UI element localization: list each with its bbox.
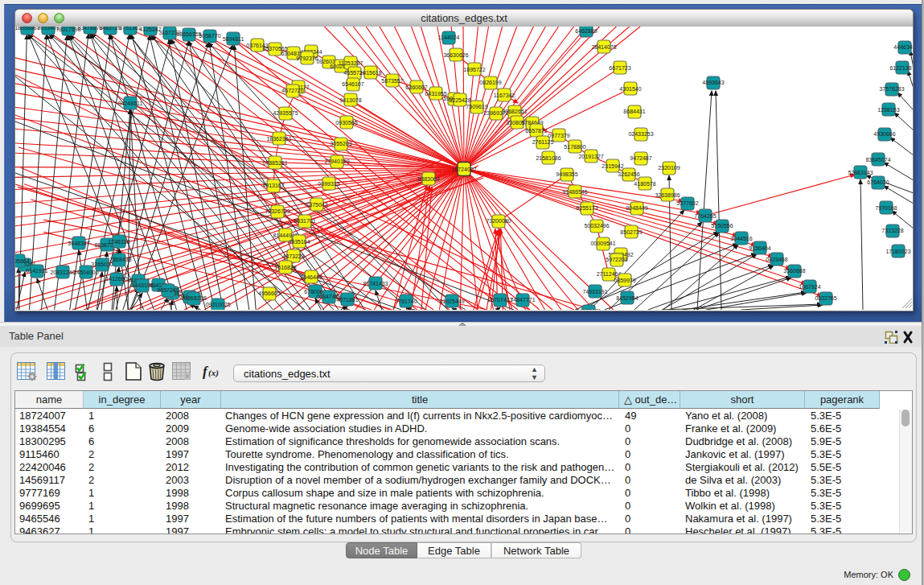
- svg-text:4935164: 4935164: [288, 239, 310, 245]
- svg-text:9498355: 9498355: [556, 171, 577, 177]
- svg-text:2320109: 2320109: [658, 165, 680, 171]
- svg-text:6462889: 6462889: [575, 28, 597, 34]
- svg-text:18362361: 18362361: [266, 136, 291, 142]
- svg-text:5058770: 5058770: [199, 33, 220, 39]
- svg-text:0930565: 0930565: [335, 120, 357, 126]
- svg-text:27940199: 27940199: [324, 159, 349, 164]
- svg-text:02433253: 02433253: [628, 131, 653, 137]
- svg-text:7761740: 7761740: [395, 299, 417, 304]
- svg-text:28414078: 28414078: [591, 44, 616, 50]
- svg-text:0141931: 0141931: [26, 268, 47, 274]
- svg-text:9472487: 9472487: [630, 155, 651, 161]
- svg-text:9792376: 9792376: [296, 56, 318, 61]
- svg-text:18724007: 18724007: [451, 167, 476, 172]
- svg-text:0399315: 0399315: [318, 181, 339, 187]
- svg-text:7313228: 7313228: [881, 228, 903, 233]
- svg-text:8831701: 8831701: [294, 218, 315, 224]
- svg-text:24504000: 24504000: [73, 270, 98, 275]
- svg-text:20707413: 20707413: [487, 297, 512, 303]
- svg-text:3448347: 3448347: [68, 241, 89, 246]
- svg-text:6751361: 6751361: [119, 27, 141, 31]
- svg-text:9413078: 9413078: [339, 97, 361, 103]
- svg-text:9048449: 9048449: [626, 205, 647, 211]
- svg-text:09310025: 09310025: [205, 302, 230, 307]
- svg-text:17180023: 17180023: [885, 249, 910, 254]
- svg-text:18058887: 18058887: [15, 27, 40, 31]
- svg-text:61221387: 61221387: [889, 65, 913, 71]
- svg-text:1144024: 1144024: [438, 35, 460, 40]
- svg-text:50032496: 50032496: [584, 223, 609, 229]
- svg-text:74847771: 74847771: [510, 297, 535, 303]
- svg-text:8502739: 8502739: [620, 229, 642, 235]
- svg-text:1616828: 1616828: [274, 265, 296, 270]
- svg-text:4672720: 4672720: [281, 88, 303, 93]
- svg-text:36630626: 36630626: [443, 52, 468, 58]
- svg-text:2761125: 2761125: [532, 139, 554, 145]
- svg-text:3560688: 3560688: [783, 268, 805, 274]
- svg-text:1258153: 1258153: [877, 107, 899, 113]
- svg-text:4301540: 4301540: [619, 86, 641, 92]
- svg-text:7509619: 7509619: [466, 104, 487, 109]
- svg-text:0443198: 0443198: [131, 282, 153, 288]
- svg-text:21581086: 21581086: [536, 155, 561, 161]
- svg-text:31925449: 31925449: [439, 299, 464, 304]
- svg-text:7970168: 7970168: [875, 205, 897, 211]
- svg-text:32638986: 32638986: [655, 192, 680, 198]
- svg-text:00009541: 00009541: [590, 241, 615, 246]
- svg-text:4180578: 4180578: [634, 181, 655, 187]
- svg-text:8383064: 8383064: [417, 176, 439, 182]
- svg-text:4893643: 4893643: [702, 80, 724, 85]
- svg-text:6671723: 6671723: [609, 65, 630, 71]
- svg-text:72326793: 72326793: [265, 208, 290, 214]
- svg-text:8225428: 8225428: [449, 97, 470, 103]
- svg-text:20868288: 20868288: [181, 295, 206, 301]
- svg-text:3265020: 3265020: [91, 262, 113, 267]
- svg-text:4373233: 4373233: [282, 253, 304, 259]
- svg-text:0977379: 0977379: [548, 133, 569, 138]
- svg-text:11253287: 11253287: [339, 60, 363, 66]
- svg-text:0826199: 0826199: [479, 80, 501, 85]
- svg-text:8483726: 8483726: [99, 27, 121, 31]
- svg-text:7764265: 7764265: [694, 213, 716, 219]
- svg-text:2646446: 2646446: [300, 274, 322, 280]
- svg-text:4446347: 4446347: [893, 44, 913, 50]
- svg-text:6360607: 6360607: [405, 84, 427, 90]
- svg-text:9255173: 9255173: [576, 205, 598, 211]
- svg-text:00847453: 00847453: [316, 294, 341, 299]
- svg-text:1415618: 1415618: [359, 70, 381, 76]
- svg-text:34170471: 34170471: [576, 308, 601, 310]
- svg-text:4930666: 4930666: [873, 131, 895, 137]
- svg-text:1067924: 1067924: [799, 284, 820, 290]
- svg-text:1705864: 1705864: [15, 258, 30, 264]
- svg-text:0859979: 0859979: [614, 278, 635, 283]
- svg-text:1695722: 1695722: [463, 67, 485, 72]
- svg-text:6546107: 6546107: [342, 81, 363, 87]
- svg-text:5972203: 5972203: [606, 257, 627, 262]
- svg-text:5377602: 5377602: [676, 200, 698, 206]
- svg-text:68656355: 68656355: [176, 31, 201, 37]
- svg-text:5150556: 5150556: [711, 223, 733, 229]
- svg-text:4913167: 4913167: [262, 183, 284, 188]
- svg-text:8684431: 8684431: [623, 109, 645, 114]
- svg-text:20831240: 20831240: [50, 270, 75, 275]
- svg-text:0423468: 0423468: [766, 257, 787, 262]
- svg-text:37576283: 37576283: [879, 86, 904, 92]
- svg-text:9156404: 9156404: [749, 245, 770, 251]
- svg-text:07885261: 07885261: [262, 160, 287, 166]
- svg-text:9657249: 9657249: [157, 287, 179, 293]
- svg-text:2315942: 2315942: [602, 163, 623, 169]
- svg-text:83645074: 83645074: [865, 157, 890, 163]
- svg-text:81741433: 81741433: [363, 281, 388, 286]
- svg-text:04248611: 04248611: [118, 101, 143, 106]
- svg-text:5873557: 5873557: [381, 78, 403, 84]
- svg-text:4956605: 4956605: [258, 290, 280, 296]
- svg-text:30682651: 30682651: [502, 109, 527, 114]
- svg-text:1412690: 1412690: [105, 276, 127, 282]
- svg-text:52883143: 52883143: [848, 170, 873, 175]
- svg-text:6764020: 6764020: [867, 179, 889, 185]
- svg-text:7375043: 7375043: [306, 202, 327, 208]
- svg-text:91486546: 91486546: [562, 189, 587, 195]
- svg-text:(x): (x): [208, 368, 219, 378]
- svg-text:74633191: 74633191: [582, 289, 607, 295]
- svg-text:6657872: 6657872: [525, 128, 547, 134]
